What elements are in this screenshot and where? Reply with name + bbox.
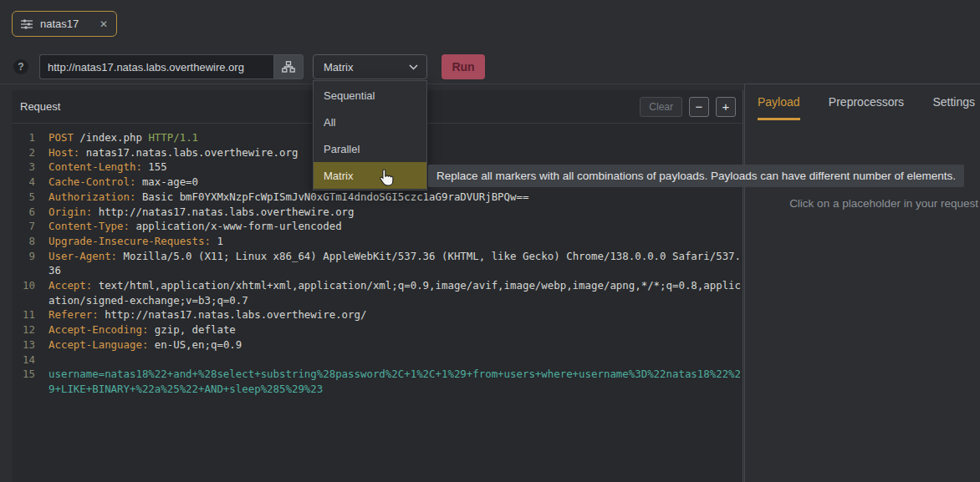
request-line[interactable]: 7Content-Type: application/x-www-form-ur…	[12, 219, 743, 234]
line-content: Accept-Language: en-US,en;q=0.9	[48, 337, 743, 353]
run-button[interactable]: Run	[442, 54, 485, 79]
clear-button[interactable]: Clear	[640, 97, 682, 117]
request-line[interactable]: 9User-Agent: Mozilla/5.0 (X11; Linux x86…	[12, 249, 743, 278]
line-content: Content-Type: application/x-www-form-url…	[48, 219, 743, 234]
sliders-icon	[21, 19, 33, 29]
dropdown-option-all[interactable]: All	[314, 109, 426, 135]
line-content: Accept: text/html,application/xhtml+xml,…	[48, 278, 743, 307]
line-content	[48, 353, 743, 368]
line-number: 14	[12, 353, 48, 368]
payload-empty-message: Click on a placeholder in your request	[745, 197, 980, 210]
line-content: Authorization: Basic bmF0YXMxNzpFcWpISmJ…	[48, 190, 743, 205]
font-decrease-button[interactable]: −	[689, 97, 709, 117]
close-icon[interactable]: ✕	[100, 18, 108, 30]
line-number: 9	[12, 249, 48, 278]
request-line[interactable]: 6Origin: http://natas17.natas.labs.overt…	[12, 205, 743, 220]
line-number: 2	[12, 145, 48, 160]
request-panel-title: Request	[20, 100, 60, 113]
sitemap-icon	[282, 61, 295, 73]
payload-panel: Payload Preprocessors Settings Click on …	[744, 84, 980, 482]
line-number: 12	[12, 322, 48, 337]
line-content: Accept-Encoding: gzip, deflate	[48, 322, 743, 337]
line-number: 8	[12, 234, 48, 249]
send-to-button[interactable]	[273, 54, 304, 79]
dropdown-option-sequential[interactable]: Sequential	[314, 82, 426, 109]
request-line[interactable]: 8Upgrade-Insecure-Requests: 1	[12, 234, 743, 249]
line-number: 13	[12, 337, 48, 353]
request-line[interactable]: 10Accept: text/html,application/xhtml+xm…	[12, 278, 743, 307]
line-number: 10	[12, 278, 48, 307]
help-icon[interactable]: ?	[13, 59, 28, 74]
app-root: natas17 ✕ ? Matrix Run Request Clear − +	[0, 0, 980, 482]
mode-select[interactable]: Matrix	[313, 54, 427, 79]
mouse-cursor-icon	[379, 169, 394, 190]
line-number: 7	[12, 219, 48, 234]
line-number: 1	[12, 130, 48, 145]
dropdown-option-matrix[interactable]: Matrix	[314, 162, 426, 189]
mode-select-value: Matrix	[324, 61, 353, 74]
dropdown-option-parallel[interactable]: Parallel	[314, 135, 426, 162]
line-number: 15	[12, 367, 48, 396]
tab-preprocessors[interactable]: Preprocessors	[829, 84, 904, 120]
chevron-down-icon	[409, 64, 418, 70]
tab-settings[interactable]: Settings	[932, 84, 975, 120]
request-line[interactable]: 15username=natas18%22+and+%28select+subs…	[12, 367, 743, 396]
session-tab-label: natas17	[40, 18, 92, 30]
session-tab-natas17[interactable]: natas17 ✕	[12, 11, 117, 37]
line-content: Referer: http://natas17.natas.labs.overt…	[48, 307, 743, 322]
line-number: 11	[12, 307, 48, 322]
right-panel-tabs: Payload Preprocessors Settings	[745, 84, 980, 120]
line-number: 6	[12, 205, 48, 220]
tab-payload[interactable]: Payload	[758, 84, 800, 120]
line-number: 5	[12, 190, 48, 205]
matrix-tooltip: Replace all markers with all combination…	[428, 165, 964, 187]
url-input[interactable]	[39, 54, 273, 79]
mode-dropdown-menu: SequentialAllParallelMatrix	[313, 80, 427, 190]
line-content: User-Agent: Mozilla/5.0 (X11; Linux x86_…	[48, 249, 743, 278]
request-line[interactable]: 14	[12, 353, 743, 368]
request-line[interactable]: 13Accept-Language: en-US,en;q=0.9	[12, 337, 743, 353]
line-content: Upgrade-Insecure-Requests: 1	[48, 234, 743, 249]
line-number: 4	[12, 175, 48, 190]
request-line[interactable]: 11Referer: http://natas17.natas.labs.ove…	[12, 307, 743, 322]
font-increase-button[interactable]: +	[716, 97, 736, 117]
request-line[interactable]: 5Authorization: Basic bmF0YXMxNzpFcWpISm…	[12, 190, 743, 205]
request-header-actions: Clear − +	[640, 97, 736, 117]
line-number: 3	[12, 160, 48, 175]
line-content: Origin: http://natas17.natas.labs.overth…	[48, 205, 743, 220]
request-line[interactable]: 12Accept-Encoding: gzip, deflate	[12, 322, 743, 337]
line-content: username=natas18%22+and+%28select+substr…	[48, 367, 743, 396]
